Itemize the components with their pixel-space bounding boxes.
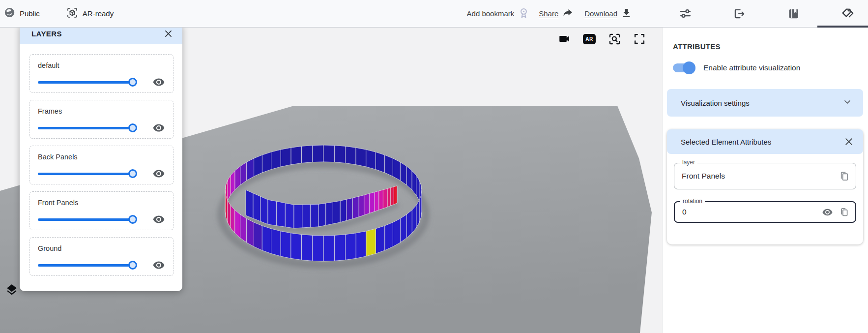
download-button[interactable]: Download	[584, 7, 632, 20]
active-tab-indicator	[817, 26, 868, 28]
slider-thumb[interactable]	[128, 169, 137, 178]
layer-card: Back Panels	[29, 146, 174, 184]
eye-icon[interactable]	[152, 167, 165, 180]
tags-icon[interactable]	[840, 7, 854, 21]
share-button[interactable]: Share	[539, 7, 574, 20]
topbar-right: Add bookmark Share Download	[467, 7, 868, 21]
layer-name: Ground	[38, 244, 165, 252]
slider-track	[38, 173, 136, 175]
layer-card: default	[29, 54, 174, 93]
attributes-title: ATTRIBUTES	[673, 42, 868, 51]
selected-element-attributes-card: Selected Element Attributes layer Front …	[667, 129, 863, 244]
visibility-status: Public	[4, 7, 40, 20]
ar-badge-text: AR	[583, 34, 596, 44]
ar-ready-status: AR-ready	[66, 7, 114, 21]
add-bookmark-label: Add bookmark	[467, 9, 515, 18]
visualization-settings-label: Visualization settings	[681, 99, 750, 107]
attribute-visualization-row: Enable attribute visualization	[673, 63, 868, 72]
eye-icon[interactable]	[152, 259, 165, 272]
field-value[interactable]: 0	[675, 208, 822, 216]
slider-thumb[interactable]	[128, 123, 137, 132]
layer-opacity-slider[interactable]	[38, 78, 139, 87]
layer-opacity-slider[interactable]	[38, 169, 139, 178]
globe-icon	[4, 7, 15, 20]
layer-card: Ground	[29, 237, 174, 276]
viewport-3d[interactable]: AR LAYERS	[0, 28, 662, 333]
download-label: Download	[584, 9, 617, 18]
viewport-toolbar: AR	[557, 32, 646, 46]
saved-views-icon[interactable]	[786, 7, 800, 21]
close-icon[interactable]	[843, 136, 854, 147]
attribute-visualization-toggle[interactable]	[673, 63, 694, 72]
layer-opacity-slider[interactable]	[38, 215, 139, 224]
bookmark-badge-icon	[518, 7, 530, 21]
layer-list: default Frames Back Panels	[20, 44, 182, 276]
layer-opacity-slider[interactable]	[38, 123, 139, 132]
attribute-visualization-label: Enable attribute visualization	[703, 63, 800, 72]
field-value: Front Panels	[674, 172, 839, 181]
layers-panel-title: LAYERS	[31, 30, 62, 38]
field-label: layer	[680, 159, 697, 166]
attributes-panel: ATTRIBUTES Enable attribute visualizatio…	[662, 28, 868, 333]
copy-icon[interactable]	[839, 207, 849, 217]
selected-element-attributes-header: Selected Element Attributes	[667, 129, 863, 154]
eye-icon[interactable]	[152, 213, 165, 226]
app-window: Public AR-ready Add bookmark	[0, 0, 868, 333]
slider-track	[38, 264, 136, 267]
attribute-field-rotation[interactable]: rotation 0	[674, 201, 856, 223]
ar-ready-label: AR-ready	[83, 9, 114, 18]
close-icon[interactable]	[163, 28, 174, 39]
eye-icon[interactable]	[152, 121, 165, 134]
layer-name: default	[38, 61, 165, 69]
layer-card: Frames	[29, 100, 174, 139]
layer-opacity-slider[interactable]	[38, 261, 139, 270]
layer-card: Front Panels	[29, 191, 174, 230]
eye-icon[interactable]	[152, 76, 165, 89]
tune-icon[interactable]	[678, 7, 692, 21]
layer-name: Frames	[38, 107, 165, 115]
visualization-settings-expander[interactable]: Visualization settings	[667, 89, 863, 117]
selected-element-attributes-title: Selected Element Attributes	[681, 138, 771, 146]
add-bookmark-button[interactable]: Add bookmark	[467, 7, 530, 21]
export-icon[interactable]	[732, 7, 746, 21]
visibility-label: Public	[20, 9, 40, 18]
copy-icon[interactable]	[839, 171, 850, 182]
slider-thumb[interactable]	[128, 78, 137, 87]
chevron-down-icon	[842, 97, 852, 109]
slider-thumb[interactable]	[128, 261, 137, 270]
ar-cube-icon	[66, 7, 78, 21]
slider-thumb[interactable]	[128, 215, 137, 224]
ar-badge[interactable]: AR	[582, 32, 596, 46]
eye-icon[interactable]	[822, 207, 833, 218]
layer-name: Back Panels	[38, 153, 165, 161]
layers-icon[interactable]	[4, 282, 20, 298]
share-label: Share	[539, 9, 558, 18]
share-arrow-icon	[562, 7, 574, 20]
slider-track	[38, 127, 136, 129]
focus-search-icon[interactable]	[608, 32, 621, 46]
topbar: Public AR-ready Add bookmark	[0, 0, 868, 28]
layers-panel: LAYERS default Frames	[20, 23, 182, 291]
video-camera-icon[interactable]	[557, 32, 571, 46]
download-icon	[621, 7, 632, 20]
topbar-left: Public AR-ready	[4, 7, 114, 21]
field-label: rotation	[680, 198, 705, 205]
layer-name: Front Panels	[38, 199, 165, 207]
toggle-knob	[683, 61, 695, 74]
slider-track	[38, 218, 136, 221]
fullscreen-icon[interactable]	[633, 32, 646, 46]
attribute-field-layer: layer Front Panels	[674, 163, 856, 189]
slider-track	[38, 81, 136, 84]
